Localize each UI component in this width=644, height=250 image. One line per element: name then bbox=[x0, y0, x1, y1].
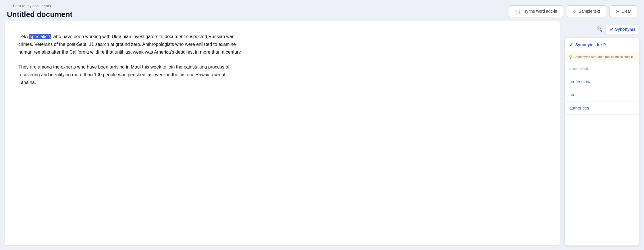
sample-text-button[interactable]: ✩ Sample text bbox=[567, 5, 606, 17]
word-addin-button[interactable]: 📑 Try the word add-in bbox=[509, 5, 563, 17]
search-icon: 🔍 bbox=[596, 26, 603, 32]
back-link[interactable]: ← Back to my documents bbox=[7, 3, 72, 8]
search-icon-button[interactable]: 🔍 bbox=[593, 23, 606, 36]
synonyms-panel-title: Synonyms for "s bbox=[575, 42, 608, 47]
clear-label: Clear bbox=[622, 9, 631, 13]
para2-text: They are among the experts who have been… bbox=[18, 65, 230, 85]
synonym-item-authorities[interactable]: authorities bbox=[565, 101, 639, 115]
sample-text-label: Sample text bbox=[579, 9, 600, 13]
word-addin-label: Try the word add-in bbox=[523, 9, 557, 13]
synonyms-panel: Synonyms ⤢ Synonyms for "s 💡 Synonyms ar… bbox=[565, 38, 639, 245]
star-icon: ✩ bbox=[573, 9, 576, 14]
synonyms-hint-row: 💡 Synonyms are ranke published science l… bbox=[565, 52, 639, 62]
synonyms-tab-button[interactable]: ⤢ Synonyms bbox=[606, 25, 639, 34]
right-panel: 🔍 ⤢ Synonyms Synonyms ⤢ Synonyms for "s … bbox=[565, 21, 639, 245]
paragraph-1: DNA specialists who have been working wi… bbox=[18, 33, 242, 56]
document-content: DNA specialists who have been working wi… bbox=[18, 33, 242, 86]
synonyms-header: ⤢ Synonyms for "s bbox=[565, 38, 639, 52]
hint-bulb-icon: 💡 bbox=[568, 55, 573, 59]
back-arrow-icon: ← bbox=[7, 3, 11, 8]
header: ← Back to my documents Untitled document… bbox=[0, 0, 644, 21]
document-title: Untitled document bbox=[7, 10, 72, 19]
highlighted-word[interactable]: specialists bbox=[29, 34, 51, 39]
header-left: ← Back to my documents Untitled document bbox=[7, 3, 72, 19]
main-area: DNA specialists who have been working wi… bbox=[0, 21, 644, 250]
synonym-item-professional[interactable]: professional bbox=[565, 75, 639, 88]
fork-icon: ⤢ bbox=[610, 27, 613, 32]
word-icon: 📑 bbox=[515, 9, 520, 14]
icon-bar: 🔍 ⤢ Synonyms bbox=[565, 21, 639, 38]
hint-text: Synonyms are ranke published science li bbox=[575, 54, 633, 59]
clear-icon: ➤ bbox=[616, 9, 619, 14]
synonyms-fork-icon: ⤢ bbox=[569, 42, 573, 47]
synonym-item-pro[interactable]: pro bbox=[565, 88, 639, 101]
editor-panel: DNA specialists who have been working wi… bbox=[5, 21, 560, 245]
clear-button[interactable]: ➤ Clear bbox=[610, 5, 637, 17]
header-actions: 📑 Try the word add-in ✩ Sample text ➤ Cl… bbox=[509, 5, 637, 17]
synonyms-title-row: ⤢ Synonyms for "s bbox=[569, 42, 635, 47]
para1-before: DNA bbox=[18, 34, 29, 39]
back-link-label: Back to my documents bbox=[13, 4, 51, 8]
synonym-item-specialists[interactable]: specialists bbox=[565, 62, 639, 75]
paragraph-2: They are among the experts who have been… bbox=[18, 63, 242, 87]
synonyms-tab-label: Synonyms bbox=[615, 27, 635, 32]
para1-after: who have been working with Ukrainian inv… bbox=[18, 34, 242, 54]
